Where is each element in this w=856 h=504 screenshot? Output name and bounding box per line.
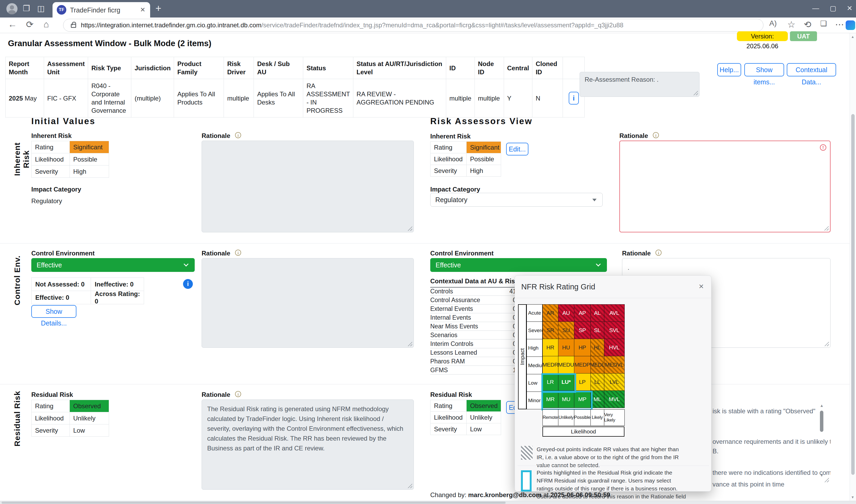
section-divider xyxy=(0,384,856,384)
likelihood-label-unlikely: Unlikely xyxy=(558,409,574,426)
resize-handle[interactable] xyxy=(408,342,412,346)
vertical-scrollbar[interactable]: ▲ ▼ xyxy=(850,33,856,501)
impact-category-dropdown[interactable]: Regulatory xyxy=(430,193,603,206)
address-bar[interactable]: https://integration.internet.tradefinder… xyxy=(63,19,763,32)
grid-cell-HP[interactable]: HP xyxy=(574,339,591,356)
impact-label-medium: Medium xyxy=(527,357,542,374)
scroll-up-icon[interactable]: ▲ xyxy=(820,403,824,408)
contextual-data-list: Controls41Control Assurance0External Eve… xyxy=(430,287,518,375)
rationale-text-fragment: vance at this point in time xyxy=(713,481,784,488)
browser-tab[interactable]: TF TradeFinder ficrg ✕ xyxy=(53,2,150,18)
control-env-stats-table: Not Assessed: 0Ineffective: 0 Effective:… xyxy=(31,277,144,304)
grid-cell-MEDR[interactable]: MEDR xyxy=(542,356,558,374)
tab-close-icon[interactable]: ✕ xyxy=(140,6,145,14)
modal-close-icon[interactable]: × xyxy=(699,282,704,291)
minimize-icon[interactable]: — xyxy=(812,4,819,13)
grid-cell-MEDP[interactable]: MEDP xyxy=(574,356,591,374)
chevron-down-icon xyxy=(596,262,601,266)
new-tab-button[interactable]: + xyxy=(156,3,161,14)
control-env-dropdown[interactable]: Effective xyxy=(430,258,607,272)
scrollbar-thumb[interactable] xyxy=(820,411,823,432)
grid-cell-HVL: HVL xyxy=(604,339,625,356)
grid-cell-SVL: SVL xyxy=(604,322,625,339)
rationale-text-fragment: there were no indications identified to … xyxy=(713,469,831,476)
resize-handle[interactable] xyxy=(408,484,412,488)
contextual-data-button[interactable]: Contextual Data... xyxy=(787,63,836,76)
horizontal-scrollbar[interactable] xyxy=(0,501,856,504)
grid-cell-HL: HL xyxy=(590,339,604,356)
summary-cell: Applies To All Products xyxy=(174,79,224,118)
inherent-risk-side-label: Inherent Risk xyxy=(13,133,31,186)
scrollbar-thumb[interactable] xyxy=(851,114,855,475)
favorite-star-icon[interactable]: ☆ xyxy=(787,19,795,30)
browser-window: ❐ ◫ TF TradeFinder ficrg ✕ + — ▢ ✕ ← ⟳ ⌂… xyxy=(0,0,856,504)
reload-icon[interactable]: ⟳ xyxy=(26,19,34,30)
workspace-icon[interactable]: ◫ xyxy=(37,4,44,13)
info-icon[interactable]: i xyxy=(653,132,659,138)
scroll-down-icon[interactable]: ▼ xyxy=(851,495,854,499)
edit-inherent-button[interactable]: Edit... xyxy=(506,143,529,156)
inherent-risk-table: RatingSignificant LikelihoodPossible Sev… xyxy=(31,141,109,178)
control-env-rationale-textarea[interactable] xyxy=(201,258,414,348)
split-screen-icon[interactable]: ❏ xyxy=(820,19,827,28)
modal-title: NFR Risk Rating Grid xyxy=(521,283,595,291)
contextual-data-label: GFMS xyxy=(430,366,448,374)
grid-cell-HR[interactable]: HR xyxy=(542,339,558,356)
grid-cell-MEDU[interactable]: MEDU xyxy=(558,356,574,374)
copilot-icon[interactable] xyxy=(846,20,855,30)
help-button[interactable]: Help... xyxy=(717,63,741,76)
initial-inherent-rationale-textarea[interactable] xyxy=(201,141,414,232)
row-info-button[interactable]: i xyxy=(569,92,579,105)
summary-column-header: Cloned ID xyxy=(532,57,563,79)
resize-handle[interactable] xyxy=(408,226,412,231)
summary-column-header: ID xyxy=(446,57,475,79)
scrollbar-thumb[interactable] xyxy=(2,502,505,504)
initial-values-heading: Initial Values xyxy=(31,116,95,126)
nfr-risk-rating-grid-modal: NFR Risk Rating Grid × Impact AcuteSever… xyxy=(515,275,711,491)
grid-cell-LP[interactable]: LP xyxy=(574,373,591,391)
info-icon[interactable]: i xyxy=(235,250,241,256)
rationale-label: Rationale xyxy=(201,132,230,140)
guardrail-legend-text: Points highlighted in the Residual Risk … xyxy=(537,469,687,504)
stacked-windows-icon[interactable]: ❐ xyxy=(23,4,30,13)
home-icon[interactable]: ⌂ xyxy=(43,19,49,30)
resize-handle[interactable] xyxy=(824,226,829,231)
resize-handle[interactable] xyxy=(824,342,829,346)
window-close-icon[interactable]: ✕ xyxy=(847,4,853,13)
read-aloud-icon[interactable]: A) xyxy=(769,19,777,28)
info-icon[interactable]: i xyxy=(183,279,193,289)
summary-cell: multiple xyxy=(446,79,475,118)
info-icon[interactable]: i xyxy=(235,132,241,138)
back-icon[interactable]: ← xyxy=(8,19,17,30)
show-items-button[interactable]: Show items... xyxy=(744,63,784,76)
grid-cell-SR: SR xyxy=(542,322,558,339)
more-menu-icon[interactable]: ⋯ xyxy=(835,19,844,30)
resize-handle[interactable] xyxy=(693,91,698,95)
likelihood-label-remote: Remote xyxy=(542,409,558,426)
contextual-data-row: Controls41 xyxy=(430,287,518,296)
guardrail-swatch-icon xyxy=(521,470,532,491)
control-env-dropdown[interactable]: Effective xyxy=(31,258,195,272)
profile-avatar[interactable] xyxy=(6,3,18,14)
show-details-button[interactable]: Show Details... xyxy=(31,305,76,318)
summary-cell: N xyxy=(532,79,563,118)
sync-icon[interactable]: ⟲ xyxy=(804,19,812,30)
summary-column-header: Status at AU/RT/Jurisdiction Level xyxy=(353,57,446,79)
scroll-up-icon[interactable]: ▲ xyxy=(851,35,854,39)
rationale-label: Rationale xyxy=(201,250,230,257)
residual-rationale-textarea[interactable]: The Residual Risk rating is generated us… xyxy=(201,399,414,490)
info-icon[interactable]: i xyxy=(235,391,241,397)
maximize-icon[interactable]: ▢ xyxy=(830,4,836,13)
info-icon[interactable]: i xyxy=(656,250,662,256)
table-row: 2025 MayFIC - GFXR040 - Corporate and In… xyxy=(5,79,585,118)
summary-column-header: Report Month xyxy=(5,57,44,79)
reassessment-reason-textarea[interactable]: Re-Assessment Reason: . xyxy=(579,72,699,97)
control-environment-label: Control Environment xyxy=(430,250,494,257)
contextual-data-label: Lessons Learned xyxy=(430,349,477,356)
grid-cell-HU[interactable]: HU xyxy=(558,339,574,356)
assessor-inherent-rationale-textarea[interactable]: ! xyxy=(619,141,831,232)
contextual-data-row: GFMS1 xyxy=(430,366,518,375)
resize-handle[interactable] xyxy=(824,478,829,482)
summary-cell: multiple xyxy=(224,79,254,118)
impact-label-minor: Minor xyxy=(527,392,542,409)
